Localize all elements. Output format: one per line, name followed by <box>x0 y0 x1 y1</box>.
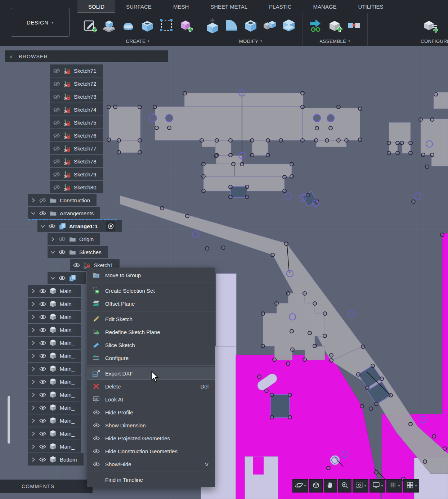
primitive-box-icon[interactable] <box>177 17 194 33</box>
visibility-on-icon[interactable] <box>39 302 46 306</box>
tree-item-main-21[interactable]: Main_ <box>28 337 81 349</box>
chevron-right-icon[interactable] <box>31 341 36 345</box>
visibility-on-icon[interactable] <box>48 224 55 229</box>
collapse-panel-icon[interactable]: « <box>9 53 13 60</box>
tree-item-sketch74[interactable]: Sketch74 <box>50 103 103 116</box>
tree-item-arrangements[interactable]: Arrangements <box>28 207 100 219</box>
menu-item-hide-construction-geometries[interactable]: Hide Construction Geometries <box>87 445 215 458</box>
menu-item-edit-sketch[interactable]: Edit Sketch <box>87 313 215 325</box>
visibility-on-icon[interactable] <box>39 431 46 436</box>
tree-item-construction[interactable]: Construction <box>28 194 97 206</box>
menu-item-show-hide[interactable]: Show/HideV <box>87 458 215 471</box>
chevron-down-icon[interactable]: ▾ <box>398 484 400 487</box>
tree-item-sketches[interactable]: Sketches <box>48 246 108 258</box>
visibility-on-icon[interactable] <box>39 315 46 319</box>
tree-item-sketch77[interactable]: Sketch77 <box>50 142 103 154</box>
menu-item-move-to-group[interactable]: Move to Group <box>87 269 215 282</box>
menu-item-hide-projected-geometries[interactable]: Hide Projected Geometries <box>87 432 215 445</box>
chevron-down-icon[interactable] <box>50 251 55 254</box>
tree-item-main-27[interactable]: Main_ <box>28 414 81 427</box>
visibility-off-icon[interactable] <box>53 68 60 73</box>
menu-item-slice-sketch[interactable]: Slice Sketch <box>87 338 215 351</box>
tree-item-main-24[interactable]: Main_ <box>28 376 81 388</box>
chevron-right-icon[interactable] <box>31 289 36 293</box>
marquee-icon[interactable] <box>158 17 175 33</box>
chevron-down-icon[interactable]: ▾ <box>304 484 306 487</box>
chevron-right-icon[interactable] <box>31 328 36 332</box>
visibility-off-icon[interactable] <box>53 159 60 164</box>
menu-item-look-at[interactable]: Look At <box>87 393 215 406</box>
nav-button-display-settings[interactable]: ▾ <box>369 479 385 493</box>
tree-item-sketch75[interactable]: Sketch75 <box>50 116 103 129</box>
tab-surface[interactable]: SURFACE <box>115 0 162 13</box>
visibility-off-icon[interactable] <box>53 146 60 151</box>
joint-icon[interactable] <box>346 17 362 33</box>
new-component-icon[interactable] <box>327 17 343 33</box>
visibility-on-icon[interactable] <box>39 367 46 371</box>
tree-item-hidden[interactable] <box>48 272 86 284</box>
tree-item-main-17[interactable]: Main_ <box>28 285 81 297</box>
create-sketch-icon[interactable] <box>82 17 98 33</box>
chevron-right-icon[interactable] <box>31 392 36 397</box>
tree-item-main-18[interactable]: Main_ <box>28 298 81 310</box>
tree-item-origin[interactable]: Origin <box>48 233 100 245</box>
nav-button-look-at-box[interactable] <box>309 479 323 493</box>
chevron-right-icon[interactable] <box>31 198 36 203</box>
nav-button-orbit[interactable]: ▾ <box>292 479 308 493</box>
chevron-right-icon[interactable] <box>31 367 36 371</box>
tree-item-main-28[interactable]: Main_ <box>28 427 81 440</box>
chevron-right-icon[interactable] <box>31 302 36 306</box>
tool-group-label[interactable]: CREATE▾ <box>80 37 195 45</box>
visibility-off-icon[interactable] <box>53 133 60 138</box>
browser-scrollbar[interactable] <box>8 396 10 444</box>
chevron-down-icon[interactable] <box>40 225 45 228</box>
fillet-icon[interactable] <box>223 17 240 33</box>
visibility-on-icon[interactable] <box>39 328 46 332</box>
tree-item-sketch76[interactable]: Sketch76 <box>50 129 103 141</box>
menu-item-show-dimension[interactable]: Show Dimension <box>87 419 215 432</box>
visibility-on-icon[interactable] <box>39 405 46 410</box>
shell-icon[interactable] <box>242 17 259 33</box>
tool-group-label[interactable]: ASSEMBLE▾ <box>306 37 364 45</box>
visibility-off-icon[interactable] <box>53 107 60 112</box>
chevron-right-icon[interactable] <box>31 354 36 358</box>
nav-button-zoom-magnifier[interactable] <box>338 479 351 493</box>
chevron-right-icon[interactable] <box>31 431 36 436</box>
visibility-on-icon[interactable] <box>39 289 46 293</box>
visibility-off-icon[interactable] <box>53 185 60 190</box>
minimize-panel-icon[interactable]: — <box>154 53 160 59</box>
nav-button-pan-hand[interactable] <box>324 479 337 493</box>
configuration-icon[interactable] <box>422 17 439 33</box>
chevron-right-icon[interactable] <box>31 379 36 384</box>
chevron-right-icon[interactable] <box>31 444 36 449</box>
menu-item-hide-profile[interactable]: Hide Profile <box>87 406 215 419</box>
design-menu-button[interactable]: DESIGN ▾ <box>11 8 70 37</box>
visibility-on-icon[interactable] <box>39 341 46 345</box>
split-body-icon[interactable] <box>281 17 297 33</box>
activate-component-radio[interactable] <box>106 221 115 231</box>
visibility-off-icon[interactable] <box>53 81 60 86</box>
nav-button-window-zoom[interactable]: ▾ <box>353 479 368 493</box>
tree-item-main-29[interactable]: Main_ <box>28 440 81 453</box>
chevron-right-icon[interactable] <box>50 237 55 242</box>
tree-item-bottom[interactable]: Bottom <box>28 453 84 466</box>
tab-plastic[interactable]: PLASTIC <box>258 0 303 13</box>
chevron-down-icon[interactable]: ▾ <box>364 484 366 487</box>
chevron-down-icon[interactable]: ▾ <box>381 484 383 487</box>
visibility-off-icon[interactable] <box>53 172 60 177</box>
tree-item-main-23[interactable]: Main_ <box>28 363 81 375</box>
tree-item-sketch78[interactable]: Sketch78 <box>50 155 103 167</box>
nav-button-grid-snap[interactable]: ▾ <box>386 479 402 493</box>
visibility-on-icon[interactable] <box>73 263 80 268</box>
tab-solid[interactable]: SOLID <box>77 0 115 13</box>
visibility-on-icon[interactable] <box>39 392 46 397</box>
chevron-down-icon[interactable] <box>31 212 36 215</box>
menu-item-offset-plane[interactable]: Offset Plane <box>87 297 215 310</box>
menu-item-configure[interactable]: Configure <box>87 351 215 364</box>
tab-manage[interactable]: MANAGE <box>303 0 348 13</box>
tab-sheet-metal[interactable]: SHEET METAL <box>200 0 258 13</box>
tree-item-sketch80[interactable]: Sketch80 <box>50 181 103 193</box>
tree-item-sketch72[interactable]: Sketch72 <box>50 77 103 90</box>
visibility-on-icon[interactable] <box>58 276 66 280</box>
press-pull-icon[interactable] <box>204 17 221 33</box>
